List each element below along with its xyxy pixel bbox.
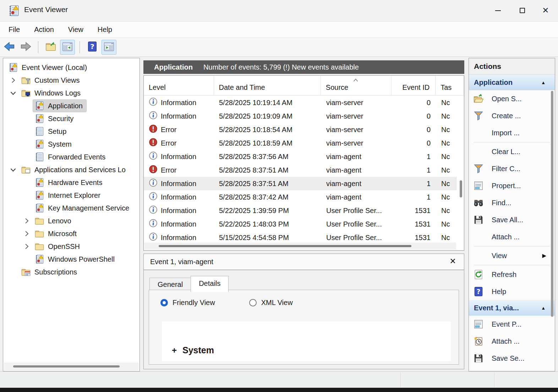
event-row[interactable]: Information5/28/2025 8:37:56 AMviam-agen… — [144, 150, 457, 163]
tree-horizontal-scrollbar[interactable] — [4, 363, 139, 370]
action-attach[interactable]: Attach ... — [469, 228, 555, 245]
action-pane-button[interactable] — [102, 40, 116, 55]
event-row[interactable]: Information5/22/2025 1:39:59 PMUser Prof… — [144, 204, 457, 217]
action-save-all[interactable]: Save All... — [469, 211, 555, 228]
action-label: Propert... — [492, 182, 521, 190]
column-header-event-id[interactable]: Event ID — [392, 76, 436, 95]
menu-help[interactable]: Help — [91, 26, 119, 34]
tree-item-custom-views[interactable]: Custom Views — [3, 74, 140, 87]
menu-action[interactable]: Action — [27, 26, 61, 34]
radio-friendly-view[interactable]: Friendly View — [160, 299, 215, 307]
action-open-s[interactable]: Open S... — [469, 90, 555, 107]
status-divider — [400, 372, 401, 387]
action-import[interactable]: Import ... — [469, 124, 555, 141]
action-create[interactable]: Create ... — [469, 107, 555, 124]
event-row[interactable]: Error5/28/2025 10:18:59 AMviam-server0Nc — [144, 136, 457, 150]
console-tree-button[interactable] — [60, 40, 75, 55]
action-propert[interactable]: Propert... — [469, 177, 555, 194]
info-icon — [149, 97, 161, 108]
tree-item-subscriptions[interactable]: Subscriptions — [3, 266, 140, 278]
tree-item-event-viewer-local[interactable]: Event Viewer (Local) — [3, 61, 140, 74]
close-button[interactable]: ✕ — [534, 0, 557, 21]
column-header-level[interactable]: Level — [144, 76, 214, 95]
actions-scrollbar[interactable] — [551, 91, 554, 368]
action-save-se[interactable]: Save Se... — [469, 350, 555, 367]
tree-item-hardware-events[interactable]: Hardware Events — [3, 176, 140, 189]
chevron-right-icon[interactable] — [9, 76, 17, 85]
radio-xml-view[interactable]: XML View — [249, 299, 293, 307]
tree-item-windows-powershell[interactable]: Windows PowerShell — [3, 253, 140, 266]
tree-item-key-management-service[interactable]: Key Management Service — [3, 202, 140, 214]
tree-item-windows-logs[interactable]: Windows Logs — [3, 87, 140, 99]
event-list-hscroll-thumb[interactable] — [159, 245, 411, 247]
action-attach[interactable]: Attach ... — [469, 333, 555, 350]
chevron-down-icon[interactable] — [9, 165, 17, 174]
action-help[interactable]: ?Help — [469, 283, 555, 300]
chevron-right-icon[interactable] — [22, 217, 31, 225]
tree-item-application[interactable]: Application — [3, 99, 140, 112]
menu-file[interactable]: File — [1, 26, 27, 34]
tree-item-setup[interactable]: Setup — [3, 125, 140, 138]
level-label: Error — [161, 126, 176, 134]
column-header-date-and-time[interactable]: Date and Time — [214, 76, 321, 95]
system-node[interactable]: + System — [172, 345, 214, 355]
event-list-horizontal-scrollbar[interactable] — [144, 243, 456, 250]
action-find[interactable]: Find... — [469, 194, 555, 211]
log-name: Application — [154, 63, 193, 71]
help-button[interactable]: ? — [85, 40, 100, 55]
event-row[interactable]: Information5/28/2025 10:19:14 AMviam-ser… — [144, 96, 457, 109]
event-list-vertical-scrollbar[interactable] — [460, 180, 462, 197]
event-row[interactable]: Information5/15/2025 4:54:58 PMUser Prof… — [144, 231, 457, 243]
tree-item-openssh[interactable]: OpenSSH — [3, 240, 140, 253]
tab-details[interactable]: Details — [191, 276, 229, 292]
console-tree-icon — [62, 41, 73, 54]
actions-section-event-1-via[interactable]: Event 1, via...▲ — [469, 300, 555, 316]
tree-item-security[interactable]: Security — [3, 112, 140, 125]
tree-item-label: Hardware Events — [48, 179, 102, 187]
info-icon — [149, 178, 161, 189]
event-date: 5/28/2025 10:18:59 AM — [214, 139, 321, 147]
preview-title: Event 1, viam-agent — [150, 258, 213, 266]
action-clear-l[interactable]: Clear L... — [469, 143, 555, 160]
action-label: Create ... — [492, 112, 521, 120]
event-row[interactable]: Information5/22/2025 1:48:03 PMUser Prof… — [144, 217, 457, 231]
action-filter-c[interactable]: Filter C... — [469, 160, 555, 177]
export-button[interactable] — [43, 40, 58, 55]
tree-item-label: Custom Views — [34, 76, 80, 85]
collapse-icon[interactable]: ▲ — [541, 305, 546, 311]
event-row[interactable]: Error5/28/2025 10:18:54 AMviam-server0Nc — [144, 123, 457, 136]
maximize-button[interactable] — [510, 0, 534, 21]
action-event-p[interactable]: Event P... — [469, 316, 555, 333]
back-button[interactable] — [2, 40, 17, 55]
tree-item-forwarded-events[interactable]: Forwarded Events — [3, 151, 140, 163]
forward-button[interactable] — [18, 40, 33, 55]
tree-item-system[interactable]: System — [3, 138, 140, 151]
menu-view[interactable]: View — [61, 26, 91, 34]
tree-item-internet-explorer[interactable]: Internet Explorer — [3, 189, 140, 202]
event-row[interactable]: Information5/28/2025 10:19:09 AMviam-ser… — [144, 109, 457, 123]
tree-item-microsoft[interactable]: Microsoft — [3, 227, 140, 240]
column-header-source[interactable]: Source — [321, 76, 392, 95]
event-row[interactable]: Information5/28/2025 8:37:51 AMviam-agen… — [144, 177, 457, 190]
chevron-right-icon[interactable] — [22, 229, 31, 238]
column-header-tas[interactable]: Tas — [436, 76, 464, 95]
level-label: Information — [161, 112, 196, 120]
action-refresh[interactable]: Refresh — [469, 266, 555, 283]
tree-item-lenovo[interactable]: Lenovo — [3, 214, 140, 227]
chevron-right-icon[interactable] — [22, 242, 31, 251]
event-date: 5/28/2025 10:19:09 AM — [214, 112, 321, 120]
chevron-down-icon[interactable] — [9, 89, 17, 97]
event-row[interactable]: Error5/28/2025 8:37:51 AMviam-agent1Nc — [144, 163, 457, 177]
collapse-icon[interactable]: ▲ — [541, 80, 546, 85]
tree-hscroll-thumb[interactable] — [13, 365, 120, 368]
tree-item-applications-and-services-lo[interactable]: Applications and Services Lo — [3, 163, 140, 176]
actions-scroll-thumb[interactable] — [551, 91, 553, 317]
level-label: Error — [161, 166, 176, 174]
expand-plus-icon[interactable]: + — [172, 345, 177, 355]
minimize-button[interactable] — [486, 0, 510, 21]
actions-section-application[interactable]: Application▲ — [469, 75, 555, 90]
preview-close-icon[interactable]: ✕ — [450, 257, 456, 266]
event-row[interactable]: Information5/28/2025 8:37:42 AMviam-agen… — [144, 190, 457, 204]
level-label: Information — [161, 153, 196, 161]
action-view[interactable]: View▶ — [469, 247, 555, 264]
